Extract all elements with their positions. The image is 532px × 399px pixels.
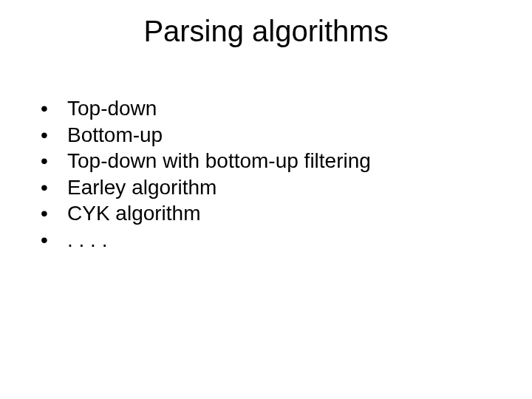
list-item: • CYK algorithm xyxy=(41,201,484,226)
list-item-text: Top-down with bottom-up filtering xyxy=(67,149,484,174)
list-item-text: . . . . xyxy=(67,228,484,253)
list-item: • Earley algorithm xyxy=(41,175,484,200)
list-item-text: Bottom-up xyxy=(67,123,484,148)
slide-body: • Top-down • Bottom-up • Top-down with b… xyxy=(41,96,484,254)
bullet-icon: • xyxy=(41,201,67,226)
bullet-icon: • xyxy=(41,175,67,200)
slide-title: Parsing algorithms xyxy=(0,15,532,48)
list-item-text: Earley algorithm xyxy=(67,175,484,200)
slide: Parsing algorithms • Top-down • Bottom-u… xyxy=(0,0,532,399)
list-item: • Bottom-up xyxy=(41,123,484,148)
list-item: • . . . . xyxy=(41,228,484,253)
list-item: • Top-down with bottom-up filtering xyxy=(41,149,484,174)
bullet-icon: • xyxy=(41,96,67,121)
bullet-icon: • xyxy=(41,228,67,253)
list-item-text: Top-down xyxy=(67,96,484,121)
bullet-icon: • xyxy=(41,123,67,148)
bullet-icon: • xyxy=(41,149,67,174)
list-item-text: CYK algorithm xyxy=(67,201,484,226)
list-item: • Top-down xyxy=(41,96,484,121)
